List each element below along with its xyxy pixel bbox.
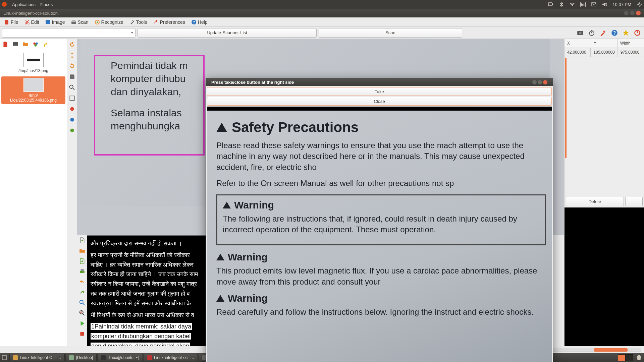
svg-rect-0 [548,3,552,6]
extra-button[interactable] [625,197,643,206]
menu-edit[interactable]: Edit [22,18,42,26]
rotate-right-icon[interactable] [68,41,76,48]
window-minimize-button[interactable] [624,11,629,15]
undo-icon[interactable] [79,279,85,286]
menu-recognize[interactable]: Recognize [92,18,126,26]
dialog-maximize-button[interactable] [538,80,542,84]
spellcheck-icon[interactable] [79,310,85,317]
menu-image[interactable]: Image [43,18,68,26]
show-desktop-button[interactable] [1,355,7,361]
menu-preferences-label: Preferences [160,19,185,25]
printer-icon[interactable] [79,268,85,276]
camera-capture-dialog: Press take/close button at the right sid… [206,78,553,362]
coord-head-x: X [565,39,591,48]
update-scanner-list-button[interactable]: Update-Scanner-List [138,28,317,38]
warning-box: Warning The following are instructions t… [216,194,546,246]
thumbnail-item-selected[interactable]: /tmp/ Lios/22:03:25.449186.png [1,76,65,104]
volume-icon[interactable] [602,2,607,7]
image-icon [45,19,51,25]
menu-help-label: Help [198,19,208,25]
settings-gear-icon[interactable] [637,2,642,7]
record-green-icon[interactable] [68,127,76,134]
scanner-select-combo[interactable]: ▾ [2,28,136,38]
fit-icon[interactable] [68,95,76,102]
coord-row[interactable]: 42.000000 185.000000 975.00000 [565,48,644,57]
svg-point-19 [33,42,36,45]
dialog-title: Press take/close button at the right sid… [211,80,294,85]
svg-rect-27 [80,271,85,273]
monitor-icon[interactable] [12,41,19,48]
mail-icon[interactable] [591,2,596,7]
save-disk-icon[interactable] [68,73,76,80]
app-icon [147,355,152,360]
rotate-left-icon[interactable] [68,62,76,70]
power-icon-button[interactable] [633,28,642,38]
main-area: /tmp/Lios/13.png /tmp/ Lios/22:03:25.449… [0,39,644,346]
scrollbar-thumb[interactable] [594,348,628,352]
screencast-icon[interactable] [548,2,553,7]
new-page-icon[interactable] [79,237,85,244]
tools-icon-button[interactable] [598,28,608,38]
star-icon-button[interactable] [621,28,631,38]
brush-icon[interactable] [42,41,49,48]
doc-paragraph: Refer to the On-screen Manual as well fo… [216,178,546,189]
timer-icon-button[interactable] [587,28,596,38]
record-red-icon[interactable] [68,105,76,113]
selection-rectangle[interactable] [94,55,205,156]
dialog-titlebar[interactable]: Press take/close button at the right sid… [206,78,553,86]
window-maximize-button[interactable] [630,11,635,15]
window-titlebar[interactable]: Linux-intelligent-ocr-solution [0,9,644,17]
bluetooth-icon[interactable] [559,2,564,7]
trash-icon[interactable] [636,354,643,361]
menu-tools[interactable]: Tools [127,18,150,26]
camera-icon-button[interactable] [576,28,585,38]
open-folder-icon[interactable] [79,248,85,255]
thumbnail-item[interactable]: /tmp/Lios/13.png [1,52,65,74]
export-icon[interactable] [79,258,85,265]
warning-text: This product emits low level magnetic fl… [216,265,546,287]
svg-rect-32 [2,356,6,360]
svg-point-26 [70,128,74,132]
help-icon: ? [191,19,197,25]
play-icon[interactable] [79,320,85,327]
wifi-icon[interactable] [570,2,575,7]
stop-icon[interactable] [79,331,85,338]
taskbar-item[interactable]: Linux-intelligent-ocr-… [144,354,198,361]
window-close-button[interactable] [636,11,641,15]
ubuntu-logo-icon[interactable] [2,2,7,7]
warning-heading: Warning [216,251,546,263]
menu-file[interactable]: File [1,18,21,26]
clock[interactable]: 10:07 PM [612,2,631,7]
record-blue-icon[interactable] [68,116,76,123]
redo-icon[interactable] [79,289,85,296]
window-title: Linux-intelligent-ocr-solution [3,11,58,16]
workspace-switcher[interactable] [618,354,633,361]
dialog-minimize-button[interactable] [532,80,537,84]
svg-rect-1 [591,3,596,6]
svg-point-20 [36,42,38,45]
taskbar-item[interactable]: Linux-Intelligent-Ocr-… [9,354,65,361]
zoom-icon[interactable] [68,84,76,91]
folder-icon[interactable] [22,41,29,48]
scan-button-label: Scan [385,30,395,35]
doc-icon[interactable] [2,41,9,48]
svg-rect-23 [70,96,74,101]
palette-icon[interactable] [32,41,39,48]
close-capture-button[interactable]: Close [207,97,552,106]
keyboard-layout-indicator[interactable]: En [580,2,586,7]
taskbar-item[interactable]: [Desktop] [65,354,97,361]
menu-applications[interactable]: Applications [12,2,36,7]
scan-button[interactable]: Scan [319,28,462,38]
take-button[interactable]: Take [207,87,552,96]
menu-preferences[interactable]: Preferences [150,18,187,26]
find-icon[interactable] [79,300,85,307]
taskbar-item[interactable]: [linux@ubuntu: ~] [97,354,143,361]
take-button-label: Take [375,89,384,94]
delete-selection-button[interactable]: Delete [566,197,624,206]
menu-scan[interactable]: Scan [68,18,91,26]
dialog-close-button[interactable] [543,80,547,84]
info-icon-button[interactable]: ? [610,28,619,38]
menu-help[interactable]: ?Help [189,18,210,26]
menu-places[interactable]: Places [40,2,53,7]
flip-vertical-icon[interactable] [68,52,76,59]
